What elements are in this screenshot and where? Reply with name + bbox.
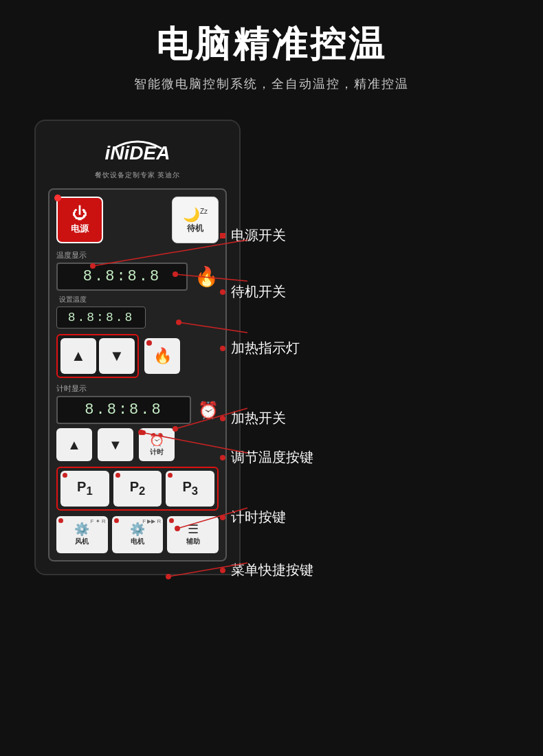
power-label: 电源 <box>71 223 89 235</box>
main-title: 电脑精准控温 <box>0 21 543 69</box>
flame-icon: 🔥 <box>195 265 219 288</box>
motor-label: 电机 <box>131 537 144 546</box>
p3-label: P3 <box>182 479 198 498</box>
fan-icon: ⚙️ <box>74 523 89 535</box>
annotation-temp-adjust: 调节温度按键 <box>220 448 313 467</box>
set-temp-display: 8.8:8.8 <box>56 307 146 329</box>
annotation-heat-switch-text: 加热开关 <box>231 409 286 427</box>
annotation-heat-indicator-text: 加热指示灯 <box>231 339 300 357</box>
preset-p1-button[interactable]: P1 <box>60 471 109 507</box>
preset-p2-button[interactable]: P2 <box>113 471 162 507</box>
clock-icon: ⏰ <box>198 401 219 420</box>
set-temp-label: 设置温度 <box>56 295 219 304</box>
p2-label: P2 <box>130 479 146 498</box>
temp-display-label: 温度显示 <box>56 250 219 260</box>
p1-dot <box>63 473 67 478</box>
timer-button[interactable]: ⏰ 计时 <box>139 428 175 461</box>
fan-dot <box>58 518 63 523</box>
heat-flame-icon: 🔥 <box>153 347 172 365</box>
annotation-standby-text: 待机开关 <box>231 282 286 301</box>
p2-dot <box>115 473 120 478</box>
timer-up-button[interactable]: ▲ <box>56 428 92 461</box>
fan-button[interactable]: F ✦ R ⚙️ 风机 <box>56 516 108 553</box>
timer-section: 计时显示 8.8:8.8 ⏰ <box>56 383 219 424</box>
annotation-power-text: 电源开关 <box>231 226 286 245</box>
logo-area: iNiDEA 餐饮设备定制专家 英迪尔 <box>48 133 227 180</box>
power-button[interactable]: ⏻ 电源 <box>56 197 103 243</box>
p3-dot <box>168 473 173 478</box>
standby-moon-icon: 🌙Zz <box>183 206 208 223</box>
timer-display: 8.8:8.8 <box>56 396 191 424</box>
timer-btn-dot <box>141 430 146 435</box>
set-temp-section: 设置温度 8.8:8.8 <box>56 295 219 329</box>
header-section: 电脑精准控温 智能微电脑控制系统，全自动温控，精准控温 <box>0 0 543 106</box>
preset-row: P1 P2 P3 <box>56 467 219 511</box>
motor-button[interactable]: F ▶▶ R ⚙️ 电机 <box>112 516 164 553</box>
subtitle: 智能微电脑控制系统，全自动温控，精准控温 <box>0 76 543 92</box>
annotation-standby: 待机开关 <box>220 282 313 301</box>
aux-icon: ☰ <box>188 523 199 535</box>
p1-label: P1 <box>77 479 93 498</box>
annotation-timer: 计时按键 <box>220 508 313 526</box>
preset-p3-button[interactable]: P3 <box>166 471 214 507</box>
timer-label: 计时显示 <box>56 383 219 394</box>
annotation-menu-text: 菜单快捷按键 <box>231 561 313 579</box>
annotation-heat-indicator: 加热指示灯 <box>220 339 313 357</box>
inner-panel: ⏻ 电源 🌙Zz 待机 温度显示 8.8:8.8 🔥 <box>48 188 227 562</box>
temp-down-button[interactable]: ▼ <box>99 338 135 374</box>
temp-display: 8.8:8.8 <box>56 263 188 291</box>
fan-fr: F ✦ R <box>91 518 106 524</box>
annotation-menu: 菜单快捷按键 <box>220 561 313 579</box>
annotation-timer-text: 计时按键 <box>231 508 286 526</box>
timer-btn-label: 计时 <box>150 447 164 457</box>
motor-fr: F ▶▶ R <box>142 518 161 524</box>
timer-row: 8.8:8.8 ⏰ <box>56 396 219 424</box>
annotation-power: 电源开关 <box>220 226 313 245</box>
power-dot <box>54 194 61 201</box>
func-row: F ✦ R ⚙️ 风机 F ▶▶ R ⚙️ 电机 ☰ 辅助 <box>56 516 219 553</box>
standby-button[interactable]: 🌙Zz 待机 <box>172 197 219 243</box>
motor-icon: ⚙️ <box>130 523 145 535</box>
adjust-row: ▲ ▼ 🔥 <box>56 334 219 378</box>
annotations: 电源开关 待机开关 加热指示灯 加热开关 调节温度按键 计时按键 <box>220 133 313 579</box>
svg-text:iNiDEA: iNiDEA <box>105 142 170 164</box>
power-standby-row: ⏻ 电源 🌙Zz 待机 <box>56 197 219 243</box>
control-panel: iNiDEA 餐饮设备定制专家 英迪尔 ⏻ 电源 🌙Zz 待机 <box>34 120 241 575</box>
temp-adjust-group: ▲ ▼ <box>56 334 139 378</box>
timer-down-button[interactable]: ▼ <box>98 428 133 461</box>
temp-display-row: 8.8:8.8 🔥 <box>56 263 219 291</box>
temp-up-button[interactable]: ▲ <box>60 338 96 374</box>
timer-btn-icon: ⏰ <box>149 432 164 447</box>
heat-dot <box>146 340 152 346</box>
annotation-temp-adjust-text: 调节温度按键 <box>231 448 313 467</box>
annotation-heat-switch: 加热开关 <box>220 409 313 427</box>
aux-dot <box>169 518 174 523</box>
heat-button[interactable]: 🔥 <box>144 338 180 374</box>
timer-btn-row: ▲ ▼ ⏰ 计时 <box>56 428 219 461</box>
standby-label: 待机 <box>187 223 203 234</box>
temp-display-section: 温度显示 8.8:8.8 🔥 <box>56 250 219 291</box>
power-icon: ⏻ <box>72 205 87 223</box>
logo-tagline: 餐饮设备定制专家 英迪尔 <box>48 170 227 180</box>
fan-label: 风机 <box>75 537 89 546</box>
aux-label: 辅助 <box>186 537 200 546</box>
motor-dot <box>114 518 119 523</box>
aux-button[interactable]: ☰ 辅助 <box>167 516 219 553</box>
